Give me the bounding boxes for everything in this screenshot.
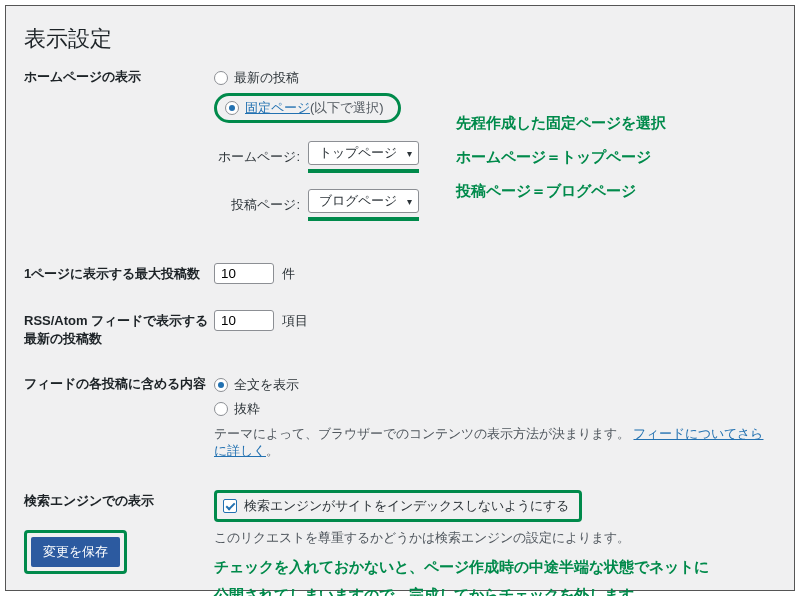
- checkbox-discourage-indexing-label: 検索エンジンがサイトをインデックスしないようにする: [244, 497, 569, 515]
- feed-desc-suffix: 。: [266, 444, 279, 458]
- label-rss-count: RSS/Atom フィードで表示する最新の投稿数: [24, 310, 214, 347]
- highlight-box-search-engine: 検索エンジンがサイトをインデックスしないようにする: [214, 490, 582, 522]
- label-posts-per-page: 1ページに表示する最大投稿数: [24, 263, 214, 283]
- label-feed-content: フィードの各投稿に含める内容: [24, 373, 214, 393]
- radio-full-text-label: 全文を表示: [234, 376, 299, 394]
- select-posts-page-value: ブログページ: [319, 192, 397, 210]
- radio-latest-posts-label: 最新の投稿: [234, 69, 299, 87]
- checkbox-discourage-indexing[interactable]: [223, 499, 237, 513]
- annotation-line: ホームページ＝トップページ: [456, 140, 776, 174]
- unit-posts-per-page: 件: [282, 265, 295, 283]
- page-title: 表示設定: [24, 18, 776, 66]
- annotation-line: 先程作成した固定ページを選択: [456, 106, 776, 140]
- feed-desc-text: テーマによって、ブラウザーでのコンテンツの表示方法が決まります。: [214, 427, 630, 441]
- radio-fixed-page[interactable]: [225, 101, 239, 115]
- radio-fixed-page-suffix: (以下で選択): [310, 99, 384, 117]
- label-homepage-display: ホームページの表示: [24, 66, 214, 86]
- annotation-notes: 先程作成した固定ページを選択 ホームページ＝トップページ 投稿ページ＝ブログペー…: [456, 106, 776, 207]
- select-homepage-value: トップページ: [319, 144, 397, 162]
- select-homepage[interactable]: トップページ ▾: [308, 141, 419, 165]
- search-engine-desc: このリクエストを尊重するかどうかは検索エンジンの設定によります。: [214, 530, 776, 547]
- radio-excerpt[interactable]: [214, 402, 228, 416]
- radio-excerpt-label: 抜粋: [234, 400, 260, 418]
- chevron-down-icon: ▾: [407, 148, 412, 159]
- annotation-search-engine: チェックを入れておかないと、ページ作成時の中途半端な状態でネットに 公開されてし…: [214, 553, 776, 596]
- input-rss-count[interactable]: [214, 310, 274, 331]
- chevron-down-icon: ▾: [407, 196, 412, 207]
- highlight-ring-fixed-page: 固定ページ (以下で選択): [214, 93, 401, 123]
- input-posts-per-page[interactable]: [214, 263, 274, 284]
- label-search-engine: 検索エンジンでの表示: [24, 490, 214, 510]
- radio-fixed-page-link[interactable]: 固定ページ: [245, 99, 310, 117]
- label-homepage-select: ホームページ:: [214, 148, 300, 166]
- annotation-line: チェックを入れておかないと、ページ作成時の中途半端な状態でネットに: [214, 553, 776, 581]
- annotation-line: 公開されてしまいますので、完成してからチェックを外します。: [214, 581, 776, 596]
- select-posts-page[interactable]: ブログページ ▾: [308, 189, 419, 213]
- unit-rss-count: 項目: [282, 312, 308, 330]
- save-button[interactable]: 変更を保存: [31, 537, 120, 567]
- radio-latest-posts[interactable]: [214, 71, 228, 85]
- highlight-box-save: 変更を保存: [24, 530, 127, 574]
- annotation-line: 投稿ページ＝ブログページ: [456, 174, 776, 208]
- radio-full-text[interactable]: [214, 378, 228, 392]
- label-posts-page-select: 投稿ページ:: [214, 196, 300, 214]
